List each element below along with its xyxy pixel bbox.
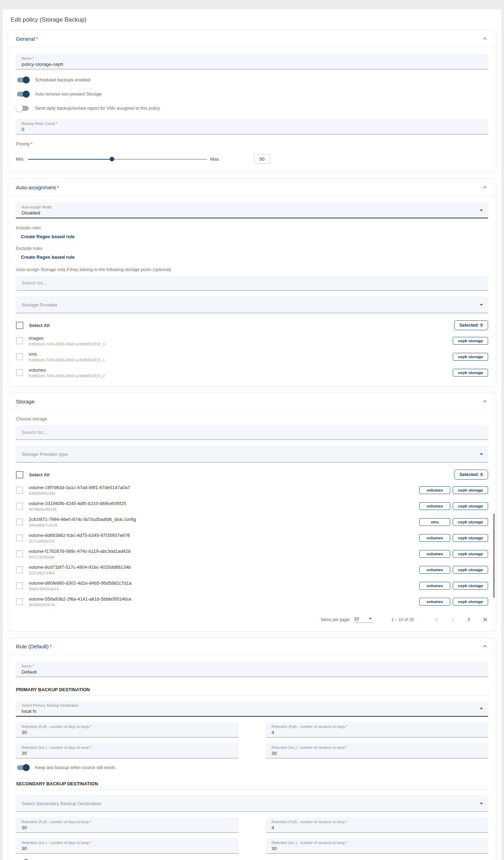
next-page-icon[interactable] xyxy=(465,616,472,623)
backup-retry-count-label: Backup Retry Count * xyxy=(22,121,482,126)
create-exclude-regex-rule-link[interactable]: Create Regex based rule xyxy=(21,254,75,260)
auto-assign-mode-label: Auto-assign Mode xyxy=(22,205,482,209)
rule-title: Rule (Default)* xyxy=(16,643,52,649)
previous-page-icon[interactable] xyxy=(450,616,456,623)
storage-search-input[interactable]: Search list... xyxy=(16,425,488,440)
pool-chip: volumes xyxy=(419,550,450,558)
storage-pools-list: images fcd9d1e5-7e69-4936-89e0-ac9ef9810… xyxy=(16,336,488,378)
scheduled-backups-label: Scheduled backups enabled xyxy=(35,78,91,82)
last-page-icon[interactable] xyxy=(481,616,488,623)
general-section: General* Name * policy-storage-ceph Sche… xyxy=(8,30,496,173)
dropdown-caret-icon xyxy=(480,803,483,804)
priority-slider[interactable] xyxy=(28,159,207,160)
item-checkbox[interactable] xyxy=(16,518,23,526)
scheduled-backups-toggle[interactable] xyxy=(17,76,29,84)
priority-value-input[interactable]: 50 xyxy=(254,154,270,164)
required-asterisk: * xyxy=(50,643,52,649)
item-checkbox[interactable] xyxy=(16,566,23,573)
select-all-checkbox[interactable] xyxy=(16,322,23,329)
collapse-chevron-icon[interactable] xyxy=(482,35,488,42)
item-checkbox[interactable] xyxy=(16,353,23,360)
list-scrollbar[interactable] xyxy=(493,514,495,598)
pool-chip: volumes xyxy=(419,502,450,510)
primary-full-days-field[interactable]: Retention (Full) - number of days to kee… xyxy=(16,722,238,738)
auto-assignment-title: Auto-assignment* xyxy=(16,184,59,190)
item-name: volume-19f7d63d-3a1c-47a4-89f1-87de5147a… xyxy=(29,485,130,490)
item-checkbox[interactable] xyxy=(16,337,23,344)
item-name: 2cfc0971-7994-46e0-874c-fa73cd5adfd6_dis… xyxy=(29,517,136,522)
item-id: fcd9d1e5-7e69-4936-89e0-ac9ef9810310_1 xyxy=(29,358,105,362)
item-name: volume-d80fe860-d302-4d1e-84b5-95d5882c7… xyxy=(29,580,132,586)
storage-provider-select[interactable]: Storage Provider xyxy=(16,296,488,313)
pool-chip: volumes xyxy=(419,534,450,542)
policy-name-field[interactable]: Name * policy-storage-ceph xyxy=(16,54,488,69)
auto-remove-toggle[interactable] xyxy=(17,91,29,98)
primary-full-versions-field[interactable]: Retention (Full) - number of versions to… xyxy=(266,722,488,738)
auto-assignment-header: Auto-assignment* xyxy=(8,179,496,196)
list-item: volume-8cd71bf7-517c-4804-91bc-4020dd661… xyxy=(16,564,488,575)
item-checkbox[interactable] xyxy=(16,487,23,494)
storage-title: Storage xyxy=(16,399,35,405)
include-rules-label: Include rules xyxy=(16,225,488,230)
items-per-page-select[interactable]: 10 xyxy=(353,617,373,623)
primary-destination-select[interactable]: Select Primary Backup Destination local … xyxy=(16,701,488,717)
pool-chip: volumes xyxy=(419,582,450,590)
primary-destination-header: PRIMARY BACKUP DESTINATION xyxy=(16,687,488,696)
policy-name-label: Name * xyxy=(22,56,482,61)
secondary-full-versions-field[interactable]: Retention (Full) - number of versions to… xyxy=(266,817,488,833)
item-id: 4368f5865c04e xyxy=(29,491,130,495)
create-include-regex-rule-link[interactable]: Create Regex based rule xyxy=(21,234,75,239)
primary-keep-last-toggle[interactable] xyxy=(17,764,29,771)
items-per-page-value: 10 xyxy=(354,617,359,621)
choose-storage-label: Choose storage xyxy=(16,417,488,422)
item-id: 46590e55067fc xyxy=(29,603,132,607)
secondary-inc-versions-field[interactable]: Retention (Inc.) - number of versions to… xyxy=(266,838,488,854)
backup-retry-count-value: 0 xyxy=(22,126,482,132)
pools-search-input[interactable]: Search list... xyxy=(16,276,488,291)
collapse-chevron-icon[interactable] xyxy=(482,643,488,649)
item-name: volume-331940fb-4245-4df0-b210-b69cefcf5… xyxy=(29,501,126,506)
secondary-inc-days-field[interactable]: Retention (Inc.) - number of days to kee… xyxy=(16,838,238,854)
item-checkbox[interactable] xyxy=(16,369,23,376)
item-name: volume-8cd71bf7-517c-4804-91bc-4020dd661… xyxy=(29,564,131,570)
collapse-chevron-icon[interactable] xyxy=(482,398,488,405)
secondary-full-days-field[interactable]: Retention (Full) - number of days to kee… xyxy=(16,817,238,833)
item-name: volume-558a93b2-2f6a-4141-a61b-5bbb09314… xyxy=(29,596,132,602)
pool-chip: vms xyxy=(419,518,450,526)
exclude-rules-label: Exclude rules xyxy=(16,246,488,251)
first-page-icon[interactable] xyxy=(434,616,440,623)
select-all-label: Select All xyxy=(29,472,50,477)
primary-inc-versions-field[interactable]: Retention (Inc.) - number of versions to… xyxy=(266,743,488,758)
backup-retry-count-field[interactable]: Backup Retry Count * 0 xyxy=(16,119,488,134)
page-range-label: 1 – 10 of 28 xyxy=(392,617,414,622)
select-all-checkbox[interactable] xyxy=(16,471,23,478)
slider-knob[interactable] xyxy=(110,157,114,161)
item-checkbox[interactable] xyxy=(16,582,23,589)
storage-provider-label: Storage Provider xyxy=(22,299,482,311)
auto-assign-mode-value: Disabled xyxy=(22,209,482,216)
item-name: volumes xyxy=(29,367,105,373)
item-checkbox[interactable] xyxy=(16,598,23,605)
primary-destination-label: Select Primary Backup Destination xyxy=(22,703,482,707)
auto-assignment-section: Auto-assignment* Auto-assign Mode Disabl… xyxy=(8,178,496,387)
required-asterisk: * xyxy=(57,184,59,190)
storage-provider-type-select[interactable]: Storage Provider type xyxy=(16,446,488,463)
rule-header: Rule (Default)* xyxy=(8,638,496,655)
priority-label: Priority* xyxy=(16,142,488,147)
secondary-destination-select[interactable]: Select Secondary Backup Destination xyxy=(16,795,488,812)
dropdown-caret-icon xyxy=(480,708,483,710)
dropdown-caret-icon xyxy=(480,304,483,306)
auto-assign-mode-select[interactable]: Auto-assign Mode Disabled xyxy=(16,202,488,218)
collapse-chevron-icon[interactable] xyxy=(482,184,488,190)
item-checkbox[interactable] xyxy=(16,503,23,510)
auto-remove-label: Auto remove non-present Storage xyxy=(35,92,102,97)
daily-report-toggle[interactable] xyxy=(17,105,29,112)
item-checkbox[interactable] xyxy=(16,534,23,541)
policy-name-value: policy-storage-ceph xyxy=(22,61,482,67)
rule-name-field[interactable]: Name * Default xyxy=(16,661,488,677)
primary-destination-value: local fs xyxy=(22,707,482,714)
item-checkbox[interactable] xyxy=(16,550,23,557)
dropdown-caret-icon xyxy=(369,618,372,620)
primary-inc-days-field[interactable]: Retention (Inc.) - number of days to kee… xyxy=(16,743,238,758)
storage-section: Storage Choose storage Search list... St… xyxy=(8,392,496,632)
